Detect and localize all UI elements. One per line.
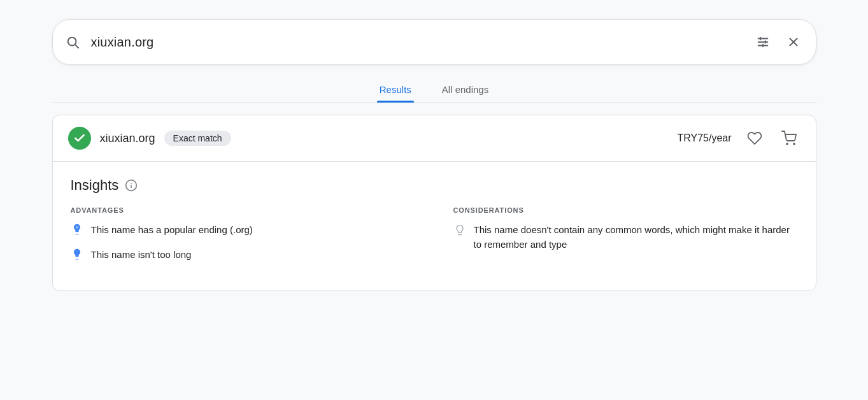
domain-row: xiuxian.org Exact match TRY75/year bbox=[53, 115, 816, 162]
considerations-column: CONSIDERATIONS This name doesn't contain… bbox=[453, 206, 798, 273]
advantage-item-1: This name has a popular ending (.org) bbox=[71, 223, 415, 239]
advantage-text-1: This name has a popular ending (.org) bbox=[91, 223, 253, 238]
search-bar: xiuxian.org bbox=[52, 19, 816, 65]
domain-row-right: TRY75/year bbox=[677, 127, 800, 150]
tab-all-endings[interactable]: All endings bbox=[439, 78, 491, 103]
svg-point-10 bbox=[786, 143, 788, 145]
info-icon bbox=[125, 179, 138, 192]
lightbulb-blue-icon-1 bbox=[71, 224, 83, 239]
advantages-column: ADVANTAGES This name has a popular endin… bbox=[71, 206, 415, 273]
available-check-icon bbox=[68, 127, 91, 150]
add-to-cart-button[interactable] bbox=[778, 127, 800, 150]
advantage-item-2: This name isn't too long bbox=[71, 248, 415, 264]
filter-button[interactable] bbox=[753, 32, 772, 52]
advantage-text-2: This name isn't too long bbox=[91, 248, 192, 262]
svg-point-11 bbox=[793, 143, 795, 145]
exact-match-badge: Exact match bbox=[164, 131, 231, 146]
considerations-heading: CONSIDERATIONS bbox=[453, 206, 798, 214]
consideration-item-1: This name doesn't contain any common wor… bbox=[453, 223, 798, 252]
consideration-text-1: This name doesn't contain any common wor… bbox=[474, 223, 798, 252]
wishlist-button[interactable] bbox=[743, 127, 766, 150]
advantages-heading: ADVANTAGES bbox=[71, 206, 415, 214]
clear-button[interactable] bbox=[784, 32, 803, 52]
search-actions bbox=[753, 32, 803, 52]
tabs-container: Results All endings bbox=[52, 78, 816, 103]
lightbulb-blue-icon-2 bbox=[71, 248, 83, 264]
insights-title: Insights bbox=[71, 177, 119, 194]
insights-section: Insights ADVANTAGES bbox=[53, 162, 816, 290]
svg-line-1 bbox=[75, 45, 78, 48]
lightbulb-gray-icon-1 bbox=[453, 224, 466, 239]
results-card: xiuxian.org Exact match TRY75/year bbox=[52, 115, 816, 291]
search-input-value: xiuxian.org bbox=[91, 35, 753, 50]
tab-results[interactable]: Results bbox=[377, 78, 414, 103]
domain-name: xiuxian.org bbox=[100, 132, 155, 145]
page-container: xiuxian.org Results bbox=[52, 19, 816, 291]
domain-price: TRY75/year bbox=[677, 132, 731, 144]
svg-point-15 bbox=[75, 226, 78, 229]
tab-divider bbox=[52, 103, 816, 103]
insights-title-row: Insights bbox=[71, 177, 798, 194]
search-icon bbox=[66, 35, 80, 49]
insights-columns: ADVANTAGES This name has a popular endin… bbox=[71, 206, 798, 273]
